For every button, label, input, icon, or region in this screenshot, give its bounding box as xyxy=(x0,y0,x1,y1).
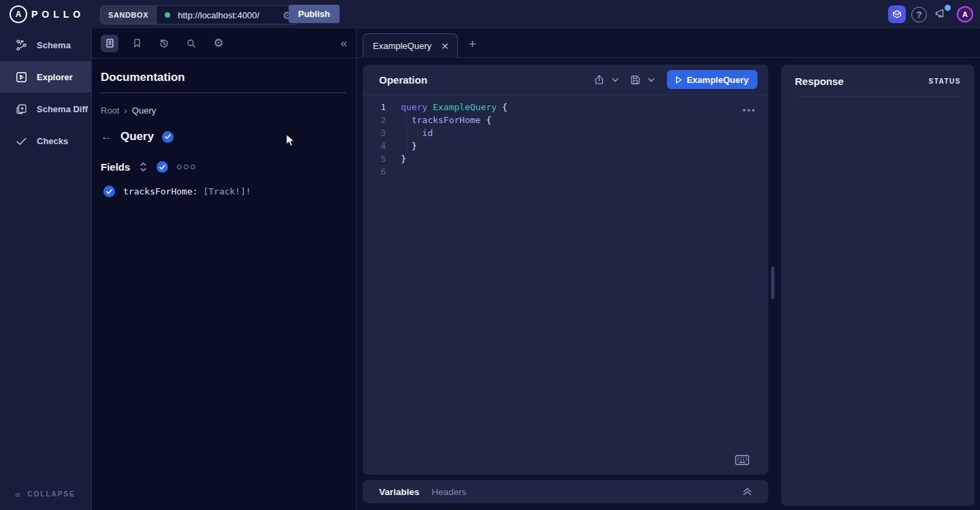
announcements-button[interactable] xyxy=(934,7,949,22)
breadcrumb-current: Query xyxy=(132,105,156,116)
tab-headers[interactable]: Headers xyxy=(431,487,466,497)
operation-title: Operation xyxy=(379,74,427,86)
apollo-logo-icon: A xyxy=(10,5,27,23)
documentation-body: Documentation Root › Query ← Query Field… xyxy=(92,58,356,197)
run-operation-button[interactable]: ExampleQuery xyxy=(667,70,757,89)
sidebar: Schema Explorer Schema Diff Checks « COL… xyxy=(0,29,92,510)
save-chevron-down-icon[interactable] xyxy=(648,78,655,82)
apollo-logo-text: POLLO xyxy=(31,9,84,20)
sort-fields-icon[interactable] xyxy=(139,162,148,172)
field-name[interactable]: tracksForHome: xyxy=(123,186,198,197)
sidebar-item-label: Explorer xyxy=(37,72,73,82)
code-line[interactable]: 4 } xyxy=(363,139,768,152)
sidebar-item-label: Schema Diff xyxy=(37,104,88,114)
schema-diff-icon xyxy=(15,103,28,116)
sidebar-item-label: Checks xyxy=(37,136,68,146)
divider xyxy=(795,96,961,97)
save-icon[interactable] xyxy=(630,74,641,86)
search-icon xyxy=(186,38,197,49)
field-row-tracksforhome[interactable]: tracksForHome: [Track!]! xyxy=(101,186,346,197)
select-all-fields-check-badge[interactable] xyxy=(157,161,168,173)
more-options-icon[interactable] xyxy=(177,165,195,169)
type-heading-row: ← Query xyxy=(101,130,346,143)
indent-guide xyxy=(417,126,418,139)
tab-examplequery[interactable]: ExampleQuery ✕ xyxy=(363,33,458,58)
sidebar-item-schema[interactable]: Schema xyxy=(0,29,91,61)
close-tab-icon[interactable]: ✕ xyxy=(441,41,449,52)
sidebar-item-label: Schema xyxy=(37,40,71,50)
mouse-cursor xyxy=(286,134,295,147)
add-tab-button[interactable]: + xyxy=(469,37,476,52)
cube-icon xyxy=(892,9,902,20)
bookmarks-button[interactable] xyxy=(128,35,146,52)
expand-panel-chevrons-icon[interactable] xyxy=(742,488,752,496)
main-area: ExampleQuery ✕ + Operation ExampleQuery … xyxy=(357,29,980,510)
code-line[interactable]: 3 id xyxy=(363,126,768,139)
documentation-toolbar: ⚙ « xyxy=(92,29,356,58)
response-header: Response STATUS xyxy=(781,65,975,87)
collapse-doc-panel-button[interactable]: « xyxy=(341,37,347,50)
breadcrumb-root[interactable]: Root xyxy=(101,105,119,116)
fields-heading-row: Fields xyxy=(101,161,346,173)
explorer-settings-button[interactable]: ⚙ xyxy=(210,35,227,52)
play-icon xyxy=(676,76,682,84)
sidebar-item-explorer[interactable]: Explorer xyxy=(0,61,91,92)
notification-dot xyxy=(945,5,951,11)
documentation-icon xyxy=(105,38,115,48)
status-label: STATUS xyxy=(928,78,961,85)
type-name: Query xyxy=(120,130,154,143)
code-line[interactable]: 5} xyxy=(363,152,768,165)
chevron-right-icon: › xyxy=(124,105,127,116)
back-arrow-icon[interactable]: ← xyxy=(101,130,112,143)
panel-resize-handle[interactable] xyxy=(771,267,774,299)
code-line[interactable]: 2 tracksForHome { xyxy=(363,114,768,126)
code-line[interactable]: 1query ExampleQuery { xyxy=(363,101,768,114)
help-button[interactable]: ? xyxy=(911,7,927,22)
sidebar-collapse-button[interactable]: « COLLAPSE xyxy=(15,488,76,500)
type-selected-check-badge[interactable] xyxy=(162,131,174,143)
operation-panel: Operation ExampleQuery 1query ExampleQue… xyxy=(363,65,768,475)
code-line[interactable]: 6 xyxy=(363,165,768,178)
publish-button[interactable]: Publish xyxy=(289,5,340,23)
sandbox-label: SANDBOX xyxy=(101,6,157,24)
topbar: A POLLO SANDBOX ⚙ Publish ? A xyxy=(0,0,980,29)
checks-icon xyxy=(15,135,28,148)
variables-headers-bar: Variables Headers xyxy=(363,480,768,503)
tab-bar: ExampleQuery ✕ + xyxy=(357,29,980,58)
sidebar-item-schema-diff[interactable]: Schema Diff xyxy=(0,93,91,124)
search-button[interactable] xyxy=(182,35,200,52)
documentation-panel: ⚙ « Documentation Root › Query ← Query F… xyxy=(92,29,357,510)
schema-icon xyxy=(15,39,28,52)
tab-variables[interactable]: Variables xyxy=(379,487,419,497)
keyboard-shortcuts-icon[interactable] xyxy=(735,455,749,465)
avatar[interactable]: A xyxy=(957,6,973,22)
operation-header: Operation ExampleQuery xyxy=(363,65,768,95)
field-type[interactable]: [Track!]! xyxy=(203,186,250,197)
code-editor[interactable]: 1query ExampleQuery {2 tracksForHome {3 … xyxy=(363,95,768,178)
tab-label: ExampleQuery xyxy=(373,41,431,51)
doc-panel-title: Documentation xyxy=(101,71,346,84)
share-chevron-down-icon[interactable] xyxy=(612,78,619,82)
bookmark-icon xyxy=(132,38,142,48)
share-icon[interactable] xyxy=(593,74,605,86)
endpoint-group: SANDBOX ⚙ xyxy=(100,5,299,24)
sandbox-mode-button[interactable] xyxy=(888,5,906,23)
history-button[interactable] xyxy=(155,35,173,52)
editor-menu-icon[interactable]: ••• xyxy=(742,105,756,115)
divider xyxy=(101,92,346,93)
sidebar-item-checks[interactable]: Checks xyxy=(0,125,91,156)
breadcrumb: Root › Query xyxy=(101,105,346,116)
history-icon xyxy=(159,38,169,49)
connection-status-dot xyxy=(165,12,170,18)
field-selected-check-badge[interactable] xyxy=(103,186,115,197)
endpoint-input[interactable] xyxy=(176,10,281,21)
documentation-tab-button[interactable] xyxy=(101,35,118,52)
fields-label: Fields xyxy=(101,161,130,173)
code-lines: 1query ExampleQuery {2 tracksForHome {3 … xyxy=(363,101,768,178)
apollo-logo: A POLLO xyxy=(10,5,84,23)
response-title: Response xyxy=(795,75,844,87)
collapse-label: COLLAPSE xyxy=(27,490,75,498)
run-button-label: ExampleQuery xyxy=(687,75,749,85)
explorer-icon xyxy=(15,71,28,84)
collapse-chevrons-icon: « xyxy=(15,488,20,500)
